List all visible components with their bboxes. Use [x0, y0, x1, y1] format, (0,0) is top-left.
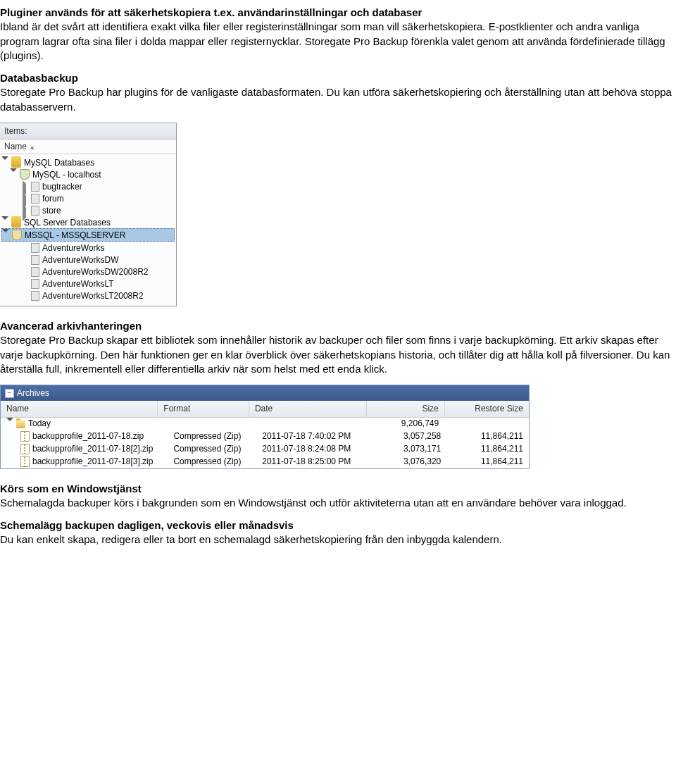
tree-db-item[interactable]: AdventureWorksLT — [0, 278, 176, 290]
archive-group-row[interactable]: Today 9,206,749 — [1, 418, 529, 430]
archive-format: Compressed (Zip) — [168, 430, 256, 442]
archive-name: backupprofile_2011-07-18.zip — [32, 430, 144, 442]
tree-db-item[interactable]: bugtracker — [0, 180, 176, 192]
paragraph-plugins: Ibland är det svårt att identifiera exak… — [0, 20, 665, 61]
db-item-icon — [31, 194, 39, 204]
tree-label: AdventureWorksLT2008R2 — [42, 290, 144, 301]
tree-db-item[interactable]: AdventureWorksDW2008R2 — [0, 266, 176, 278]
archive-group-size: 9,206,749 — [367, 418, 444, 429]
archive-restore-size: 11,864,211 — [446, 456, 529, 467]
archive-row[interactable]: backupprofile_2011-07-18.zip Compressed … — [1, 430, 529, 443]
tree-label: bugtracker — [42, 181, 82, 192]
archive-date: 2011-07-18 8:25:00 PM — [256, 456, 370, 467]
zip-icon — [20, 456, 30, 467]
section-windows-service: Körs som en Windowstjänst Schemalagda ba… — [0, 482, 673, 511]
heading-archives: Avancerad arkivhanteringen — [0, 320, 142, 332]
archive-name: backupprofile_2011-07-18[2].zip — [32, 443, 153, 454]
chevron-down-icon[interactable] — [10, 168, 17, 182]
db-item-icon — [31, 279, 39, 289]
database-icon — [20, 169, 30, 180]
tree-label: AdventureWorksDW — [42, 254, 118, 266]
archive-restore-size: 11,864,211 — [446, 443, 529, 454]
archive-date: 2011-07-18 8:24:08 PM — [256, 443, 370, 454]
tree-label: MSSQL - MSSQLSERVER — [25, 230, 125, 241]
archive-format: Compressed (Zip) — [168, 456, 256, 467]
archive-size: 3,057,258 — [371, 430, 447, 442]
archive-row[interactable]: backupprofile_2011-07-18[2].zip Compress… — [1, 443, 529, 456]
tree-db-item[interactable]: AdventureWorksLT2008R2 — [0, 290, 176, 301]
folder-icon — [16, 421, 25, 428]
db-item-icon — [31, 255, 39, 265]
tree-label: forum — [42, 193, 64, 204]
items-panel: Items: Name ▲ MySQL Databases MySQL - lo… — [0, 123, 177, 306]
col-date[interactable]: Date — [249, 401, 367, 416]
paragraph-schedule: Du kan enkelt skapa, redigera eller ta b… — [0, 533, 502, 545]
archives-title-label: Archives — [17, 387, 49, 399]
tree-db-item[interactable]: AdventureWorks — [0, 242, 176, 254]
archive-row[interactable]: backupprofile_2011-07-18[3].zip Compress… — [1, 456, 529, 468]
section-plugins: Pluginer används för att säkerhetskopier… — [0, 6, 673, 63]
chevron-down-icon[interactable] — [1, 216, 8, 230]
tree-sqlserver-connection[interactable]: MSSQL - MSSQLSERVER — [1, 228, 175, 242]
heading-databasbackup: Databasbackup — [0, 72, 78, 84]
tree-mysql-connection[interactable]: MySQL - localhost — [0, 168, 176, 180]
archive-date: 2011-07-18 7:40:02 PM — [256, 430, 370, 442]
archive-name: backupprofile_2011-07-18[3].zip — [32, 456, 153, 467]
section-schedule: Schemalägg backupen dagligen, veckovis e… — [0, 518, 673, 547]
section-databasbackup: Databasbackup Storegate Pro Backup har p… — [0, 71, 673, 114]
paragraph-archives: Storegate Pro Backup skapar ett bibliote… — [0, 334, 670, 375]
section-archives-text: Avancerad arkivhanteringen Storegate Pro… — [0, 319, 673, 376]
items-col-name[interactable]: Name ▲ — [0, 139, 176, 154]
zip-icon — [20, 431, 30, 442]
tree-label: AdventureWorks — [42, 242, 104, 254]
chevron-down-icon[interactable] — [2, 229, 9, 242]
heading-plugins: Pluginer används för att säkerhetskopier… — [0, 6, 422, 18]
tree-db-item[interactable]: forum — [0, 192, 176, 204]
col-name[interactable]: Name — [1, 401, 158, 416]
archives-columns: Name Format Date Size Restore Size — [1, 401, 529, 417]
tree-label: MySQL Databases — [24, 157, 94, 168]
heading-schedule: Schemalägg backupen dagligen, veckovis e… — [0, 519, 294, 531]
archive-restore-size: 11,864,211 — [446, 430, 529, 442]
archives-panel-header[interactable]: − Archives — [1, 385, 529, 401]
chevron-down-icon[interactable] — [1, 156, 8, 170]
archive-size: 3,076,320 — [371, 456, 447, 467]
archive-group-label: Today — [28, 418, 51, 429]
tree-sqlserver-category[interactable]: SQL Server Databases — [0, 216, 176, 228]
col-size[interactable]: Size — [367, 401, 445, 416]
tree-db-item[interactable]: AdventureWorksDW — [0, 254, 176, 266]
database-group-icon — [11, 218, 21, 228]
database-icon — [12, 230, 22, 240]
tree-label: MySQL - localhost — [32, 169, 101, 180]
col-restore-size[interactable]: Restore Size — [445, 401, 529, 416]
collapse-icon[interactable]: − — [5, 389, 14, 398]
tree-label: store — [42, 205, 61, 216]
sort-asc-icon: ▲ — [29, 144, 35, 151]
database-group-icon — [11, 158, 21, 168]
db-item-icon — [31, 206, 39, 216]
items-panel-header: Items: — [0, 123, 176, 139]
tree-label: AdventureWorksDW2008R2 — [42, 266, 149, 278]
tree-label: SQL Server Databases — [24, 217, 111, 228]
tree-mysql-category[interactable]: MySQL Databases — [0, 156, 176, 168]
items-tree: MySQL Databases MySQL - localhost bugtra… — [0, 154, 176, 306]
archives-panel: − Archives Name Format Date Size Restore… — [0, 385, 530, 468]
archive-size: 3,073,171 — [371, 443, 447, 454]
tree-db-item[interactable]: store — [0, 204, 176, 216]
heading-windows-service: Körs som en Windowstjänst — [0, 483, 142, 494]
chevron-down-icon[interactable] — [6, 418, 13, 431]
db-item-icon — [31, 182, 39, 192]
paragraph-databasbackup: Storegate Pro Backup har plugins för de … — [0, 86, 672, 112]
tree-label: AdventureWorksLT — [42, 278, 114, 290]
db-item-icon — [31, 267, 39, 277]
zip-icon — [20, 444, 30, 454]
db-item-icon — [31, 243, 39, 253]
col-format[interactable]: Format — [158, 401, 249, 416]
db-item-icon — [31, 291, 39, 301]
archive-format: Compressed (Zip) — [168, 443, 256, 454]
paragraph-windows-service: Schemalagda backuper körs i bakgrunden s… — [0, 497, 627, 509]
